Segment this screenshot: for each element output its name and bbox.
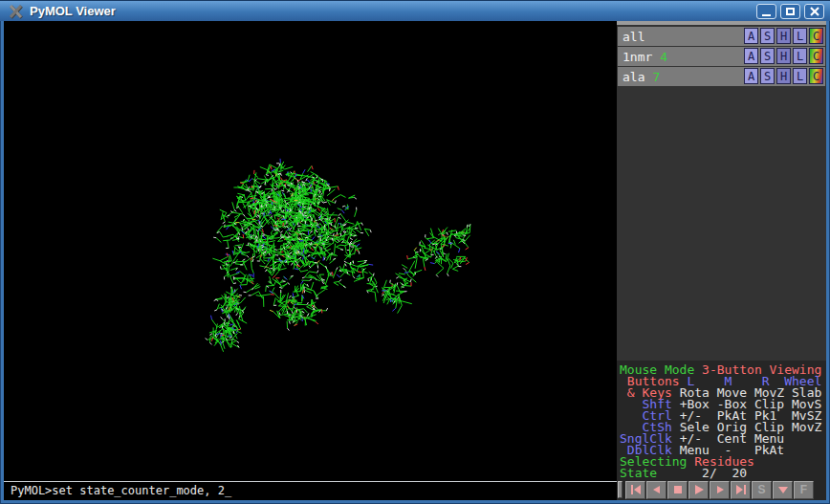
object-buttons: A S H L C <box>744 28 823 44</box>
action-button[interactable]: A <box>744 48 758 64</box>
color-button[interactable]: C <box>809 28 823 44</box>
stop-icon <box>672 485 684 494</box>
pymol-window: { "window": { "title": "PyMOL Viewer", "… <box>0 0 830 504</box>
color-button[interactable]: C <box>809 68 823 84</box>
minimize-button[interactable] <box>756 4 776 19</box>
maximize-button[interactable] <box>780 4 800 19</box>
close-button[interactable] <box>804 4 824 19</box>
object-buttons: A S H L C <box>744 48 823 64</box>
object-name: 1nmr <box>622 50 652 64</box>
panel-grip[interactable] <box>618 481 622 498</box>
object-name: all <box>622 30 644 44</box>
3d-viewport[interactable]: PyMOL>set state_counter_mode, 2_ <box>4 21 617 500</box>
label-button[interactable]: L <box>793 68 807 84</box>
hide-button[interactable]: H <box>776 48 791 64</box>
show-button[interactable]: S <box>760 68 775 84</box>
action-button[interactable]: A <box>744 28 758 44</box>
hide-button[interactable]: H <box>776 68 791 84</box>
window-title: PyMOL Viewer <box>30 4 116 18</box>
control-panel: all A S H L C 1nmr 4 A S H L C <box>617 21 826 500</box>
object-state-count: 4 <box>660 50 667 64</box>
object-row-all[interactable]: all A S H L C <box>618 27 825 46</box>
label-button[interactable]: L <box>793 48 807 64</box>
window-content: PyMOL>set state_counter_mode, 2_ all A S… <box>4 21 826 500</box>
window-controls <box>756 4 824 19</box>
step-back-icon <box>651 485 663 494</box>
show-button[interactable]: S <box>760 28 775 44</box>
command-input[interactable]: PyMOL>set state_counter_mode, 2_ <box>4 482 617 500</box>
panel-top-strip <box>617 21 826 25</box>
title-bar[interactable]: PyMOL Viewer <box>0 0 830 21</box>
scene-button[interactable]: S <box>752 481 772 499</box>
color-button[interactable]: C <box>809 48 823 64</box>
show-button[interactable]: S <box>760 48 775 64</box>
close-icon <box>810 7 819 16</box>
object-list: all A S H L C 1nmr 4 A S H L C <box>618 27 825 87</box>
go-to-end-button[interactable] <box>731 481 751 499</box>
go-to-start-icon <box>630 485 642 494</box>
object-row-ala[interactable]: ala 7 A S H L C <box>618 67 825 86</box>
menu-down-icon <box>777 485 789 494</box>
label-button[interactable]: L <box>793 28 807 44</box>
step-forward-icon <box>714 485 726 494</box>
go-to-end-icon <box>735 485 747 494</box>
fullscreen-button-label: F <box>800 483 807 496</box>
minimize-icon <box>762 14 771 16</box>
step-forward-button[interactable] <box>710 481 730 499</box>
menu-down-button[interactable] <box>773 481 793 499</box>
hide-button[interactable]: H <box>776 28 791 44</box>
object-row-1nmr[interactable]: 1nmr 4 A S H L C <box>618 47 825 66</box>
stop-button[interactable] <box>667 481 688 499</box>
play-button[interactable] <box>688 481 709 499</box>
object-name: ala <box>622 70 644 84</box>
action-button[interactable]: A <box>744 68 758 84</box>
fullscreen-button[interactable]: F <box>794 481 814 499</box>
object-state-count: 7 <box>652 70 660 84</box>
mouse-help-line: State 2/ 20 <box>620 468 821 479</box>
scene-button-label: S <box>757 483 765 496</box>
molecule-render[interactable] <box>4 21 617 481</box>
step-back-button[interactable] <box>646 481 666 499</box>
mouse-help: Mouse Mode 3-Button Viewing Buttons L M … <box>620 364 821 479</box>
object-buttons: A S H L C <box>744 68 823 84</box>
go-to-start-button[interactable] <box>625 481 645 499</box>
maximize-icon <box>786 8 795 15</box>
play-icon <box>693 485 705 494</box>
playback-controls: S F <box>618 480 825 499</box>
x11-logo-icon <box>8 4 24 19</box>
